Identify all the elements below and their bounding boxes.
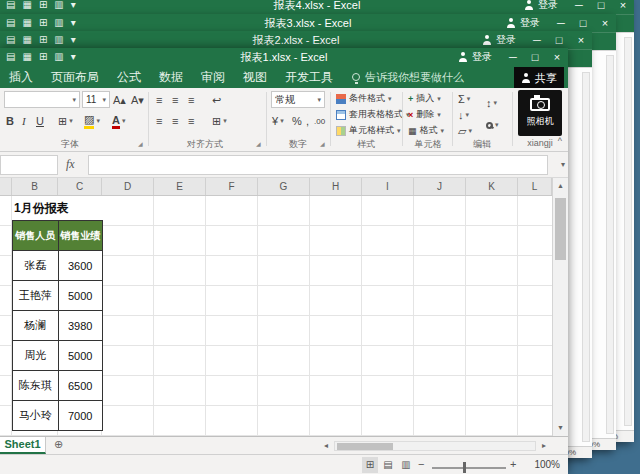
fx-icon[interactable]: fx: [66, 157, 75, 172]
maximize-button[interactable]: □: [524, 48, 546, 66]
column-header[interactable]: C: [58, 178, 102, 195]
column-header[interactable]: E: [154, 178, 206, 195]
tab-view[interactable]: 视图: [234, 66, 276, 88]
vertical-scrollbar[interactable]: ▲ ▼: [552, 178, 568, 436]
zoom-in-button[interactable]: +: [510, 458, 516, 470]
maximize-button[interactable]: □: [590, 0, 612, 14]
column-header[interactable]: H: [310, 178, 362, 195]
zoom-slider[interactable]: [432, 467, 506, 469]
grid-column[interactable]: [362, 196, 414, 436]
minimize-button[interactable]: ─: [550, 14, 572, 32]
table-cell[interactable]: 周光: [13, 341, 59, 371]
add-sheet-button[interactable]: ⊕: [54, 438, 63, 451]
table-cell[interactable]: 6500: [59, 371, 104, 401]
comma-format-button[interactable]: ,: [306, 112, 309, 130]
qat-customize-icon[interactable]: ▾: [71, 14, 76, 32]
share-button[interactable]: 共享: [514, 67, 564, 89]
login-button[interactable]: 登录: [472, 33, 526, 47]
zoom-out-button[interactable]: −: [418, 458, 424, 470]
workbook-icon[interactable]: ▦: [22, 14, 31, 32]
minimize-button[interactable]: ─: [526, 31, 548, 49]
save-icon[interactable]: ▤: [6, 31, 15, 49]
login-button[interactable]: 登录: [496, 16, 550, 30]
table-cell[interactable]: 3980: [59, 311, 104, 341]
page-break-view-button[interactable]: ▥: [398, 457, 414, 473]
formula-input[interactable]: [88, 155, 548, 175]
table-cell[interactable]: 5000: [59, 281, 104, 311]
chart-icon[interactable]: ▥: [54, 14, 63, 32]
format-cells-button[interactable]: ▦格式▾: [408, 124, 444, 137]
scroll-right-icon[interactable]: ▸: [536, 439, 552, 453]
collapse-ribbon-button[interactable]: ^: [558, 136, 562, 146]
chart-icon[interactable]: ▥: [54, 48, 63, 66]
table-title[interactable]: 1月份报表: [12, 196, 103, 220]
qat-customize-icon[interactable]: ▾: [71, 48, 76, 66]
zoom-level[interactable]: 100%: [534, 459, 560, 470]
underline-button[interactable]: U: [36, 112, 44, 130]
currency-format-button[interactable]: ¥▾: [272, 112, 284, 130]
column-header[interactable]: F: [206, 178, 258, 195]
qat-customize-icon[interactable]: ▾: [71, 31, 76, 49]
workbook-icon[interactable]: ▦: [22, 48, 31, 66]
sort-filter-button[interactable]: ↕▾: [486, 94, 497, 112]
table-cell[interactable]: 陈东琪: [13, 371, 59, 401]
grow-font-button[interactable]: A▴: [113, 91, 126, 109]
delete-cells-button[interactable]: ×删除▾: [408, 108, 441, 121]
shrink-font-button[interactable]: A▾: [131, 91, 144, 109]
tell-me-box[interactable]: 告诉我你想要做什么: [342, 70, 464, 85]
vertical-scrollbar[interactable]: [624, 37, 632, 426]
tab-review[interactable]: 审阅: [192, 66, 234, 88]
scroll-left-icon[interactable]: ◂: [318, 439, 334, 453]
font-dialog-launcher[interactable]: ◢: [138, 140, 143, 147]
cell-styles-button[interactable]: 单元格样式▾: [336, 124, 401, 137]
font-color-button[interactable]: A▾: [112, 112, 125, 130]
tab-developer[interactable]: 开发工具: [276, 66, 342, 88]
grid-column[interactable]: [466, 196, 518, 436]
close-button[interactable]: ×: [612, 0, 634, 14]
grid-column[interactable]: [102, 196, 154, 436]
vertical-scrollbar[interactable]: [606, 55, 614, 434]
column-header[interactable]: B: [12, 178, 58, 195]
chart-icon[interactable]: ▥: [54, 0, 63, 14]
insert-cells-button[interactable]: +插入▾: [408, 92, 441, 105]
sheet-tab-sheet1[interactable]: Sheet1: [0, 437, 46, 454]
tab-data[interactable]: 数据: [150, 66, 192, 88]
fill-color-button[interactable]: ▨▾: [84, 112, 100, 130]
save-icon[interactable]: ▤: [6, 14, 15, 32]
italic-button[interactable]: I: [22, 112, 26, 130]
titlebar-report2[interactable]: ▤ ▦ ⊞ ▥ ▾ 报表2.xlsx - Excel 登录 ─ □ ×: [0, 31, 592, 49]
grid-column[interactable]: [414, 196, 466, 436]
titlebar-report4[interactable]: ▤ ▦ ⊞ ▥ ▾ 报表4.xlsx - Excel 登录 ─ □ ×: [0, 0, 634, 14]
table-icon[interactable]: ⊞: [39, 31, 47, 49]
align-right-button[interactable]: ≡: [188, 112, 194, 130]
camera-button[interactable]: 照相机: [518, 90, 562, 136]
grid-column[interactable]: [154, 196, 206, 436]
login-button[interactable]: 登录: [448, 50, 502, 64]
number-format-combo[interactable]: 常规▾: [271, 91, 325, 108]
tab-insert[interactable]: 插入: [0, 66, 42, 88]
table-header-cell[interactable]: 销售业绩: [59, 221, 104, 251]
wrap-text-button[interactable]: ↩: [212, 91, 221, 109]
align-left-button[interactable]: ≡: [156, 112, 162, 130]
minimize-button[interactable]: ─: [502, 48, 524, 66]
horizontal-scroll-thumb[interactable]: [337, 443, 393, 450]
page-layout-view-button[interactable]: ▤: [380, 457, 396, 473]
vertical-scrollbar[interactable]: [582, 72, 590, 442]
align-middle-button[interactable]: ≡: [172, 91, 178, 109]
format-as-table-button[interactable]: 套用表格格式▾: [336, 108, 410, 121]
qat-customize-icon[interactable]: ▾: [71, 0, 76, 14]
grid-column[interactable]: [206, 196, 258, 436]
chart-icon[interactable]: ▥: [54, 31, 63, 49]
table-cell[interactable]: 5000: [59, 341, 104, 371]
column-header[interactable]: I: [362, 178, 414, 195]
grid-column[interactable]: [258, 196, 310, 436]
merge-center-button[interactable]: ⊞▾: [212, 112, 227, 130]
number-dialog-launcher[interactable]: ◢: [320, 140, 325, 147]
align-bottom-button[interactable]: ≡: [188, 91, 194, 109]
table-icon[interactable]: ⊞: [39, 0, 47, 14]
workbook-icon[interactable]: ▦: [22, 31, 31, 49]
close-button[interactable]: ×: [570, 31, 592, 49]
zoom-slider-thumb[interactable]: [463, 462, 466, 473]
column-header[interactable]: D: [102, 178, 154, 195]
table-icon[interactable]: ⊞: [39, 14, 47, 32]
